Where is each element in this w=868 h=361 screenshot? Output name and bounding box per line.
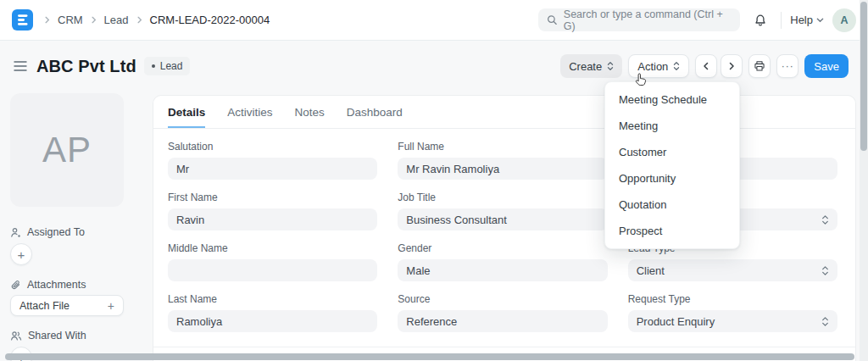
add-assignment-button[interactable]: + (10, 243, 32, 265)
save-button[interactable]: Save (804, 54, 849, 78)
form-card: DetailsActivitiesNotesDashboard Salutati… (153, 95, 856, 361)
navbar-divider (781, 12, 782, 29)
field-salutation: SalutationMr (168, 141, 377, 180)
search-input[interactable]: Search or type a command (Ctrl + G) (538, 8, 740, 31)
select-updown-icon (821, 265, 829, 276)
field-first-name: First NameRavin (168, 192, 377, 230)
field-label-middle-name: Middle Name (168, 242, 377, 255)
tab-bar: DetailsActivitiesNotesDashboard (153, 96, 855, 129)
salutation-input[interactable]: Mr (168, 158, 377, 180)
field-source: SourceReference (398, 293, 607, 332)
user-avatar[interactable]: A (832, 8, 856, 32)
full-name-input[interactable]: Mr Ravin Ramoliya (398, 158, 607, 180)
request-type-select[interactable]: Product Enquiry (628, 310, 837, 332)
job-title-input[interactable]: Business Consultant (398, 208, 607, 230)
source-input[interactable]: Reference (398, 310, 607, 332)
field-value-salutation: Mr (176, 163, 189, 175)
paperclip-icon (10, 280, 21, 291)
create-menu-item-customer[interactable]: Customer (605, 139, 739, 165)
search-icon (547, 14, 558, 25)
sidebar-toggle-button[interactable] (12, 58, 29, 74)
doctype-badge: Lead (144, 57, 191, 75)
field-value-full-name: Mr Ravin Ramoliya (406, 163, 499, 175)
tab-activities[interactable]: Activities (227, 96, 272, 128)
search-placeholder: Search or type a command (Ctrl + G) (564, 8, 732, 32)
attach-file-label: Attach File (19, 300, 70, 312)
notifications-button[interactable] (748, 8, 772, 32)
create-menu-item-meeting[interactable]: Meeting (605, 113, 739, 139)
attach-file-button[interactable]: Attach File + (10, 295, 124, 316)
previous-document-button[interactable] (695, 54, 717, 78)
bell-icon (754, 14, 767, 27)
create-menu-item-prospect[interactable]: Prospect (605, 218, 739, 244)
field-label-salutation: Salutation (168, 141, 377, 153)
chevron-right-icon (43, 16, 51, 24)
field-label-gender: Gender (398, 242, 607, 255)
field-value-job-title: Business Consultant (406, 214, 507, 226)
more-options-button[interactable]: ··· (776, 54, 798, 78)
help-menu[interactable]: Help (790, 14, 824, 26)
breadcrumb: CRM Lead CRM-LEAD-2022-00004 (43, 14, 270, 26)
vertical-scrollbar-thumb[interactable] (860, 2, 867, 151)
breadcrumb-lead[interactable]: Lead (104, 14, 129, 26)
field-middle-name: Middle Name (168, 242, 377, 281)
field-request-type: Request TypeProduct Enquiry (628, 293, 837, 332)
create-menu-item-opportunity[interactable]: Opportunity (605, 165, 739, 192)
field-gender: GenderMale (398, 242, 607, 281)
lead-type-select[interactable]: Client (628, 259, 837, 281)
plus-icon: + (18, 247, 25, 262)
field-full-name: Full NameMr Ravin Ramoliya (398, 141, 607, 180)
create-dropdown-menu: Meeting ScheduleMeetingCustomerOpportuni… (604, 81, 740, 249)
chevron-down-icon (816, 16, 824, 24)
field-label-job-title: Job Title (398, 192, 607, 204)
chevron-right-icon (727, 62, 736, 70)
attachments-label: Attachments (27, 279, 86, 291)
page-title: ABC Pvt Ltd (36, 57, 136, 76)
breadcrumb-crm[interactable]: CRM (58, 14, 83, 26)
field-label-last-name: Last Name (168, 293, 377, 306)
assigned-to-section: Assigned To (10, 226, 142, 238)
attachments-section: Attachments (10, 279, 142, 291)
save-button-label: Save (814, 60, 839, 73)
badge-label: Lead (160, 60, 183, 72)
select-updown-icon (673, 61, 680, 71)
last-name-input[interactable]: Ramoliya (168, 310, 377, 332)
shared-with-label: Shared With (28, 330, 86, 342)
assigned-to-label: Assigned To (27, 226, 85, 238)
next-document-button[interactable] (721, 54, 743, 78)
erpnext-logo[interactable] (12, 9, 33, 31)
gender-input[interactable]: Male (398, 259, 607, 281)
tab-details[interactable]: Details (168, 96, 205, 128)
tab-notes[interactable]: Notes (295, 96, 325, 128)
lead-image-placeholder[interactable]: AP (10, 93, 124, 207)
create-menu-item-quotation[interactable]: Quotation (605, 192, 739, 218)
create-button[interactable]: Create (560, 54, 622, 78)
first-name-input[interactable]: Ravin (168, 208, 377, 230)
erpnext-logo-icon (12, 9, 33, 31)
breadcrumb-current-doc[interactable]: CRM-LEAD-2022-00004 (150, 14, 270, 26)
field-label-request-type: Request Type (628, 293, 837, 306)
action-button-label: Action (637, 60, 668, 73)
print-button[interactable] (748, 54, 771, 78)
header-actions: Create Action ··· Save (560, 54, 849, 78)
middle-name-input[interactable] (168, 259, 377, 281)
people-icon (10, 330, 22, 342)
field-value-gender: Male (406, 264, 430, 277)
field-value-lead-type: Client (637, 264, 665, 277)
create-menu-item-meeting-schedule[interactable]: Meeting Schedule (605, 86, 739, 113)
field-label-first-name: First Name (168, 192, 377, 204)
vertical-scrollbar-track (860, 0, 868, 361)
field-last-name: Last NameRamoliya (168, 293, 377, 332)
tab-dashboard[interactable]: Dashboard (347, 96, 403, 128)
field-value-last-name: Ramoliya (176, 315, 222, 328)
field-value-source: Reference (406, 315, 457, 328)
ellipsis-icon: ··· (782, 60, 794, 72)
select-updown-icon (607, 61, 614, 71)
field-job-title: Job TitleBusiness Consultant (398, 192, 607, 230)
shared-with-section: Shared With (10, 330, 142, 342)
hamburger-icon (14, 60, 27, 72)
horizontal-scrollbar-thumb[interactable] (5, 353, 854, 360)
badge-dot-icon (152, 64, 155, 68)
action-button[interactable]: Action (628, 54, 689, 78)
section-divider (153, 347, 855, 347)
